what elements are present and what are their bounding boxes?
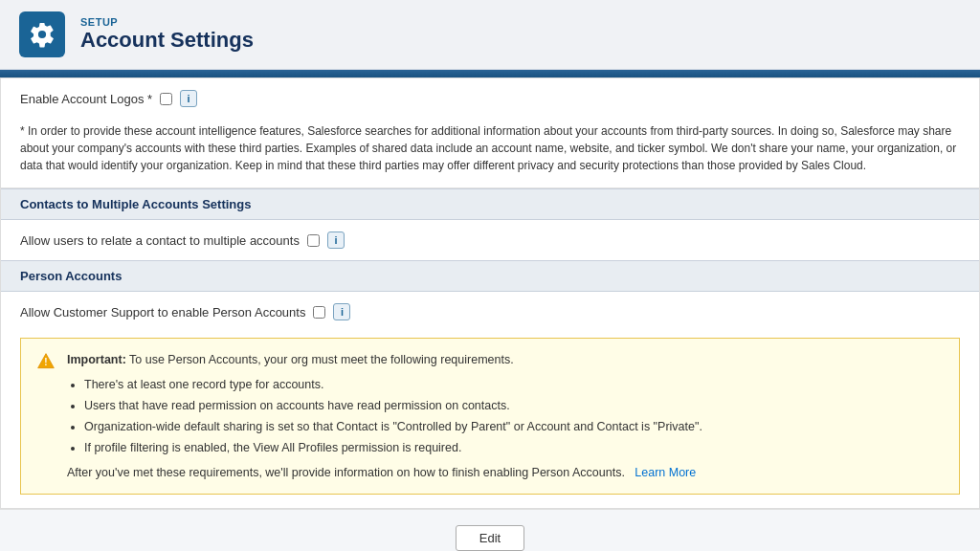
enable-account-logos-row: Enable Account Logos * i bbox=[1, 78, 979, 119]
account-logos-info-text: * In order to provide these account inte… bbox=[1, 119, 979, 188]
person-accounts-allow-checkbox[interactable] bbox=[313, 306, 325, 319]
important-content: Important: To use Person Accounts, your … bbox=[67, 350, 944, 482]
svg-text:!: ! bbox=[44, 357, 47, 367]
list-item: Users that have read permission on accou… bbox=[84, 396, 944, 415]
important-text: To use Person Accounts, your org must me… bbox=[126, 353, 514, 366]
enable-account-logos-checkbox[interactable] bbox=[160, 93, 172, 105]
page-header: SETUP Account Settings bbox=[0, 0, 980, 70]
learn-more-link[interactable]: Learn More bbox=[635, 466, 696, 479]
person-accounts-allow-info-icon[interactable]: i bbox=[333, 303, 350, 320]
warning-icon: ! bbox=[36, 352, 56, 371]
list-item: Organization-wide default sharing is set… bbox=[84, 417, 944, 436]
list-item: If profile filtering is enabled, the Vie… bbox=[84, 438, 944, 457]
list-item: There's at least one record type for acc… bbox=[84, 375, 944, 394]
edit-area: Edit bbox=[0, 509, 980, 551]
edit-button[interactable]: Edit bbox=[456, 525, 524, 551]
important-box: ! Important: To use Person Accounts, you… bbox=[20, 338, 960, 495]
contacts-section-header: Contacts to Multiple Accounts Settings bbox=[1, 188, 979, 220]
header-text-group: SETUP Account Settings bbox=[80, 16, 254, 53]
after-requirements-text: After you've met these requirements, we'… bbox=[67, 463, 944, 482]
person-accounts-allow-row: Allow Customer Support to enable Person … bbox=[1, 292, 979, 332]
person-accounts-section-header: Person Accounts bbox=[1, 260, 979, 292]
contacts-allow-label: Allow users to relate a contact to multi… bbox=[20, 233, 300, 248]
blue-banner bbox=[0, 70, 980, 77]
setup-icon bbox=[19, 11, 65, 57]
requirements-list: There's at least one record type for acc… bbox=[84, 375, 944, 457]
setup-label: SETUP bbox=[80, 16, 254, 28]
contacts-allow-checkbox[interactable] bbox=[307, 234, 320, 247]
contacts-allow-row: Allow users to relate a contact to multi… bbox=[1, 220, 979, 260]
important-heading: Important: bbox=[67, 353, 126, 366]
main-content: Enable Account Logos * i * In order to p… bbox=[0, 77, 980, 509]
enable-account-logos-info-icon[interactable]: i bbox=[180, 90, 197, 107]
contacts-allow-info-icon[interactable]: i bbox=[327, 231, 345, 249]
page-title: Account Settings bbox=[80, 28, 254, 53]
person-accounts-allow-label: Allow Customer Support to enable Person … bbox=[20, 305, 305, 320]
enable-account-logos-label: Enable Account Logos * bbox=[20, 92, 152, 106]
